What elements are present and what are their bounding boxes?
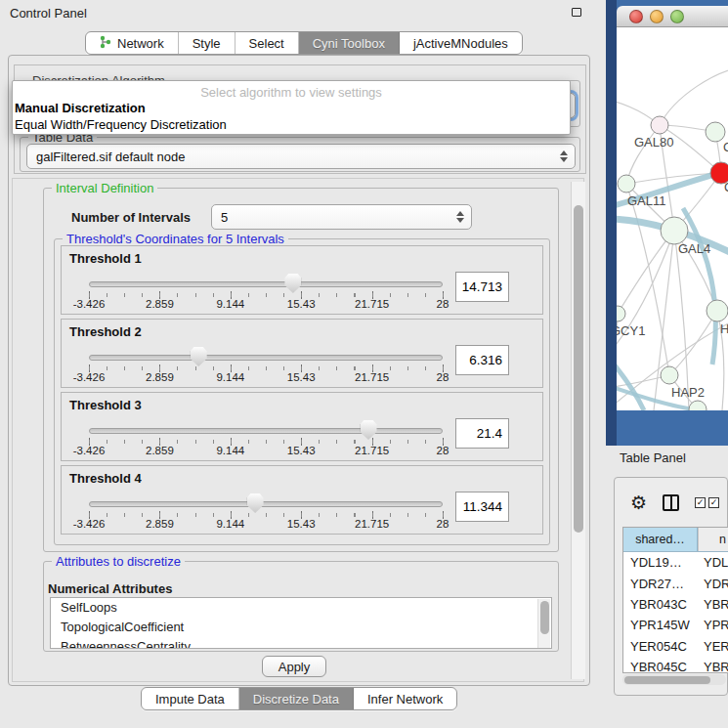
tab-select[interactable]: Select [236,32,299,54]
threshold-1-slider-thumb[interactable] [284,274,301,293]
threshold-3-slider-thumb[interactable] [361,420,377,440]
cyni-bottom-tabbar: Impute Data Discretize Data Infer Networ… [141,687,457,710]
threshold-4-slider-thumb[interactable] [247,493,264,513]
split-columns-icon[interactable] [663,494,679,511]
tab-infer-network[interactable]: Infer Network [354,688,456,709]
network-icon [100,35,111,52]
table-row[interactable]: YPR145WYPR1 [623,615,728,635]
number-of-intervals-label: Number of Intervals [71,210,191,225]
network-node[interactable] [651,116,668,134]
network-node[interactable] [618,175,635,193]
tab-cyni-toolbox[interactable]: Cyni Toolbox [299,32,400,54]
tab-impute-data[interactable]: Impute Data [142,688,239,709]
table-panel-title: Table Panel [620,450,686,465]
page-title: Control Panel [10,6,87,21]
threshold-3-slider[interactable] [89,428,443,434]
list-item[interactable]: BetweennessCentrality [51,637,551,649]
column-header-name[interactable]: n [698,528,728,551]
network-node[interactable] [706,122,725,142]
threshold-2-slider-thumb[interactable] [191,347,207,366]
attributes-group-title: Attributes to discretize [52,554,185,569]
table-row[interactable]: YBR043CYBR0 [623,594,728,615]
scrollbar-thumb[interactable] [574,205,583,533]
network-window-titlebar[interactable] [617,6,728,27]
threshold-1-value[interactable]: 14.713 [455,272,509,302]
table-panel: ⚙ ✓ ✓ shared… n YDL19…YDL1 YDR27…YDR2 YB… [614,477,728,696]
numerical-attributes-list[interactable]: SelfLoops TopologicalCoefficient Between… [50,597,552,649]
network-canvas[interactable]: GAL80GCGAL11GAL4GCY1HHAP2 [617,27,728,410]
column-header-shared[interactable]: shared… [623,528,698,551]
list-item[interactable]: SelfLoops [51,598,551,618]
close-traffic-light-icon[interactable] [629,10,643,23]
table-data-group: Table Data galFiltered.sif default node [20,137,580,172]
network-node[interactable] [617,306,625,321]
stepper-icon [456,211,464,223]
thresholds-group: Threshold's Coordinates for 5 Intervals … [54,238,550,545]
list-item[interactable]: TopologicalCoefficient [51,618,551,637]
node-label: GCY1 [617,323,645,338]
node-label: HAP2 [671,385,705,400]
slider-tick-labels: -3.4262.8599.14415.4321.71528 [89,445,443,458]
node-label: GAL4 [678,241,710,256]
algorithm-dropdown-popup: Select algorithm to view settings Manual… [12,80,571,135]
dropdown-option-manual[interactable]: Manual Discretization [13,100,570,116]
checkbox-icon[interactable]: ✓ [708,497,719,508]
table-row[interactable]: YER054CYER0 [623,636,728,657]
tab-network[interactable]: Network [86,32,179,54]
network-node[interactable] [661,217,688,244]
thresholds-group-title: Threshold's Coordinates for 5 Intervals [63,232,288,246]
slider-tick-labels: -3.4262.8599.14415.4321.71528 [89,298,443,312]
zoom-traffic-light-icon[interactable] [670,10,684,23]
table-data-combobox[interactable]: galFiltered.sif default node [26,144,576,169]
scrollbar-thumb[interactable] [540,601,549,634]
numerical-attributes-label: Numerical Attributes [48,581,172,596]
node-label: GAL11 [627,193,666,208]
threshold-2-value[interactable]: 6.316 [455,345,509,375]
control-panel-tabbar: Network Style Select Cyni Toolbox jActiv… [85,31,523,55]
minimize-traffic-light-icon[interactable] [650,10,664,23]
attributes-group: Attributes to discretize Numerical Attri… [43,561,559,652]
table-header-row: shared… n [623,528,728,552]
threshold-4-value[interactable]: 11.344 [455,492,509,522]
dropdown-option-equal-width[interactable]: Equal Width/Frequency Discretization [13,116,570,133]
table-row[interactable]: YBR045CYBR0 [623,657,728,673]
network-node[interactable] [707,300,728,321]
interval-definition-group: Interval Definition Number of Intervals … [43,188,559,552]
tab-jactivemnodules[interactable]: jActiveMNodules [400,32,522,54]
table-row[interactable]: YDL19…YDL1 [623,552,728,573]
network-node[interactable] [661,366,678,384]
threshold-2-block: Threshold 2 -3.4262.8599.14415.4321.7152… [61,319,543,388]
window-edge [606,0,617,446]
node-label: GAL80 [634,135,673,150]
vertical-scrollbar[interactable] [571,182,585,679]
interval-definition-title: Interval Definition [52,181,157,195]
node-label: H [720,321,728,336]
table-row[interactable]: YDR27…YDR2 [623,573,728,593]
apply-button[interactable]: Apply [262,656,326,677]
scrollbar-thumb[interactable] [624,676,710,684]
threshold-2-slider[interactable] [89,355,443,361]
stepper-icon [560,150,568,162]
list-scrollbar[interactable] [537,599,550,649]
network-window[interactable]: GAL80GCGAL11GAL4GCY1HHAP2 [606,0,728,446]
threshold-3-block: Threshold 3 -3.4262.8599.14415.4321.7152… [61,392,543,461]
node-label: G [723,140,728,154]
horizontal-scrollbar[interactable] [622,674,726,685]
threshold-3-value[interactable]: 21.4 [455,418,509,449]
network-graph: GAL80GCGAL11GAL4GCY1HHAP2 [617,27,728,410]
node-table[interactable]: shared… n YDL19…YDL1 YDR27…YDR2 YBR043CY… [622,527,728,673]
threshold-4-block: Threshold 4 -3.4262.8599.14415.4321.7152… [61,465,543,535]
threshold-1-slider[interactable] [89,281,443,287]
gear-icon[interactable]: ⚙ [630,493,647,512]
slider-tick-labels: -3.4262.8599.14415.4321.71528 [89,371,443,385]
dropdown-placeholder-option[interactable]: Select algorithm to view settings [13,81,570,100]
threshold-1-block: Threshold 1 -3.4262.8599.14415.4321.7152… [61,245,543,315]
table-panel-toolbar: ⚙ ✓ ✓ [621,484,728,521]
node-label: C [724,180,728,194]
tab-style[interactable]: Style [179,32,236,54]
checkbox-icon[interactable]: ✓ [695,497,706,508]
number-of-intervals-combobox[interactable]: 5 [211,204,472,230]
tab-discretize-data[interactable]: Discretize Data [239,688,354,709]
threshold-4-slider[interactable] [89,501,443,507]
float-window-icon[interactable] [572,8,581,17]
